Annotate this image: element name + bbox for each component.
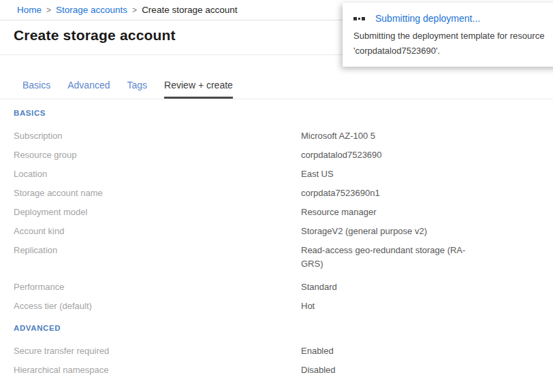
field-label: Performance [14, 280, 301, 294]
row-subscription: SubscriptionMicrosoft AZ-100 5 [14, 127, 553, 146]
row-resource-group: Resource groupcorpdatalod7523690 [14, 146, 553, 165]
field-label: Account kind [14, 225, 301, 238]
tab-tags[interactable]: Tags [127, 80, 148, 99]
row-secure-transfer-required: Secure transfer requiredEnabled [14, 342, 553, 361]
row-access-tier-default: Access tier (default)Hot [14, 297, 553, 316]
field-value: Microsoft AZ-100 5 [301, 129, 375, 143]
field-value: Disabled [301, 363, 336, 377]
field-label: Access tier (default) [14, 299, 301, 313]
section-basics: BASICSSubscriptionMicrosoft AZ-100 5Reso… [14, 106, 553, 316]
notification-message-line1: Submitting the deployment template for r… [353, 29, 553, 44]
field-value: Hot [301, 299, 315, 313]
notification-message-line2: 'corpdatalod7523690'. [353, 44, 553, 59]
row-location: LocationEast US [14, 165, 553, 184]
review-content: BASICSSubscriptionMicrosoft AZ-100 5Reso… [14, 106, 553, 380]
notification-title-link[interactable]: Submitting deployment... [375, 13, 480, 24]
field-label: Resource group [14, 148, 301, 162]
tab-review-create[interactable]: Review + create [164, 80, 233, 99]
tab-advanced[interactable]: Advanced [67, 80, 110, 99]
section-header-advanced: ADVANCED [14, 321, 553, 335]
row-storage-account-name: Storage account namecorpdata7523690n1 [14, 184, 553, 203]
breadcrumb-separator: > [132, 5, 137, 15]
row-deployment-model: Deployment modelResource manager [14, 203, 553, 222]
section-header-basics: BASICS [14, 106, 553, 120]
row-hierarchical-namespace: Hierarchical namespaceDisabled [14, 361, 553, 380]
field-value: East US [301, 167, 334, 181]
field-label: Replication [14, 244, 301, 271]
deployment-progress-icon [353, 17, 366, 20]
field-label: Location [14, 167, 301, 181]
field-label: Subscription [14, 129, 301, 143]
row-account-kind: Account kindStorageV2 (general purpose v… [14, 222, 553, 241]
section-advanced: ADVANCEDSecure transfer requiredEnabledH… [14, 321, 553, 380]
field-label: Deployment model [14, 206, 301, 219]
field-value: Enabled [301, 344, 334, 358]
field-label: Secure transfer required [14, 344, 301, 358]
field-label: Storage account name [14, 186, 301, 200]
breadcrumb-link-home[interactable]: Home [17, 5, 42, 15]
field-value: corpdatalod7523690 [301, 148, 382, 162]
field-label: Hierarchical namespace [14, 363, 301, 377]
breadcrumb-separator: > [46, 5, 51, 15]
tab-bar: BasicsAdvancedTagsReview + create [0, 80, 553, 99]
tab-basics[interactable]: Basics [22, 80, 50, 99]
field-value: StorageV2 (general purpose v2) [301, 225, 427, 238]
field-value: Read-access geo-redundant storage (RA-GR… [301, 244, 471, 271]
notification-message: Submitting the deployment template for r… [353, 29, 553, 59]
breadcrumb-current-page: Create storage account [142, 5, 237, 15]
field-value: Standard [301, 280, 337, 294]
breadcrumb-link-storage-accounts[interactable]: Storage accounts [56, 5, 127, 15]
field-value: Resource manager [301, 206, 377, 219]
field-value: corpdata7523690n1 [301, 186, 380, 200]
row-replication: ReplicationRead-access geo-redundant sto… [14, 241, 553, 274]
row-performance: PerformanceStandard [14, 278, 553, 297]
notification-toast[interactable]: Submitting deployment... Submitting the … [343, 3, 553, 67]
